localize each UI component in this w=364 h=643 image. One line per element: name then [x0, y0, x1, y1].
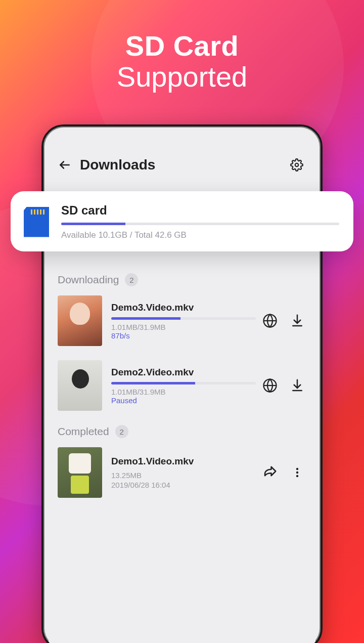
arrow-left-icon: [58, 158, 71, 172]
sd-card-panel[interactable]: SD card Available 10.1GB / Total 42.6 GB: [11, 191, 353, 251]
item-date: 2019/06/28 16:04: [111, 481, 256, 489]
video-thumbnail: [58, 447, 102, 498]
svg-point-8: [296, 468, 298, 470]
svg-point-10: [296, 475, 298, 477]
section-title: Downloading: [58, 274, 119, 286]
item-title: Demo1.Video.mkv: [111, 456, 256, 467]
status-bar: [49, 135, 315, 148]
settings-button[interactable]: [288, 156, 305, 174]
item-size: 13.25MB: [111, 471, 256, 480]
page-title: Downloads: [80, 157, 288, 173]
sd-card-title: SD card: [61, 203, 339, 218]
app-bar: Downloads: [49, 148, 315, 182]
sd-storage-info: Available 10.1GB / Total 42.6 GB: [61, 230, 339, 240]
back-button[interactable]: [55, 155, 75, 175]
share-icon: [262, 465, 278, 480]
globe-button[interactable]: [261, 312, 279, 330]
item-speed: 87b/s: [111, 331, 256, 340]
video-thumbnail: [58, 295, 102, 346]
download-item[interactable]: Demo3.Video.mkv 1.01MB/31.9MB 87b/s: [49, 295, 315, 346]
progress-bar: [111, 317, 256, 320]
download-item[interactable]: Demo2.Video.mkv 1.01MB/31.9MB Paused: [49, 360, 315, 411]
globe-button[interactable]: [261, 376, 279, 395]
item-size: 1.01MB/31.9MB: [111, 323, 256, 331]
video-thumbnail: [58, 360, 102, 411]
count-badge: 2: [115, 425, 128, 438]
share-button[interactable]: [261, 463, 279, 482]
item-title: Demo3.Video.mkv: [111, 302, 256, 313]
count-badge: 2: [125, 273, 138, 286]
progress-bar: [111, 382, 256, 384]
section-header-completed: Completed 2: [49, 425, 315, 438]
more-vertical-icon: [291, 465, 303, 480]
globe-icon: [262, 378, 278, 393]
svg-point-1: [295, 163, 299, 167]
gear-icon: [290, 158, 303, 172]
item-size: 1.01MB/31.9MB: [111, 388, 256, 396]
sd-progress-bar: [61, 223, 339, 225]
completed-item[interactable]: Demo1.Video.mkv 13.25MB 2019/06/28 16:04: [49, 447, 315, 498]
section-header-downloading: Downloading 2: [49, 273, 315, 286]
more-button[interactable]: [288, 463, 306, 482]
sd-card-icon: [24, 207, 49, 237]
download-button[interactable]: [288, 312, 306, 330]
item-status: Paused: [111, 396, 256, 405]
download-icon: [290, 378, 305, 393]
item-title: Demo2.Video.mkv: [111, 367, 256, 378]
svg-point-9: [296, 471, 298, 474]
section-title: Completed: [58, 425, 109, 438]
download-button[interactable]: [288, 376, 306, 395]
download-icon: [290, 313, 305, 328]
globe-icon: [262, 313, 278, 328]
